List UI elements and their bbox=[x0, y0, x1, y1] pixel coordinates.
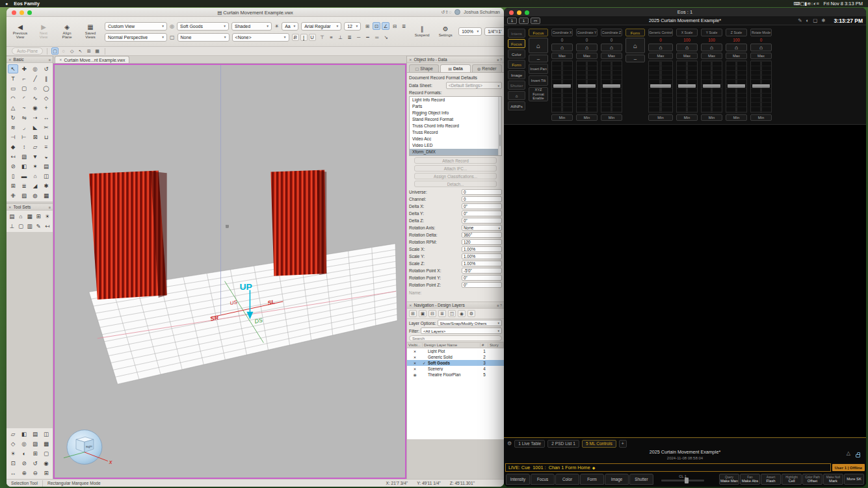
form-group-header[interactable]: Form bbox=[625, 29, 645, 36]
previous-view-button[interactable]: ◀ Previous View bbox=[10, 24, 31, 39]
object-info-tab[interactable]: ▤ Data bbox=[440, 64, 470, 72]
palette-menu-icon[interactable]: ≡ ? bbox=[497, 58, 502, 62]
unified-view-icon[interactable]: ⊞ bbox=[363, 22, 371, 30]
light-tool[interactable]: ✶ bbox=[30, 162, 40, 171]
reshape-tool[interactable]: ◆ bbox=[8, 142, 18, 151]
chamfer-tool[interactable]: ◣ bbox=[30, 123, 40, 132]
line-medium-icon[interactable]: ━ bbox=[364, 33, 372, 41]
contrast-icon[interactable]: ◐ bbox=[806, 18, 809, 23]
record-action-button[interactable]: Assign Classifications... bbox=[414, 173, 497, 179]
shear-tool[interactable]: ▱ bbox=[30, 142, 40, 151]
command-line[interactable]: LIVE: Cue 1001 : Chan 1 Form Home ◆ bbox=[505, 463, 831, 472]
display-tab[interactable]: 5 ML Controls bbox=[582, 440, 616, 448]
site-planning-tools-icon[interactable]: ▦ bbox=[25, 212, 34, 221]
softkey-button[interactable]: Query Make Man bbox=[719, 474, 739, 485]
data-sheet-select[interactable]: <Default Settings> bbox=[446, 82, 502, 89]
zoom-in-icon[interactable]: ⊕ bbox=[19, 469, 29, 478]
snap-grid-icon[interactable]: ⊡ bbox=[373, 22, 380, 30]
invert-tilt-button[interactable]: Invert Tilt bbox=[529, 75, 548, 86]
xyz-format-enable-button[interactable]: XYZ Format Enable bbox=[529, 87, 548, 101]
document-tab[interactable]: ✕ Curtain Move...nt Example.vwx bbox=[55, 56, 129, 63]
field-input[interactable]: None bbox=[462, 225, 502, 231]
render-options-icon[interactable]: ☀ bbox=[274, 23, 279, 29]
lights-icon[interactable]: ☀ bbox=[8, 449, 18, 458]
encoder-home-button[interactable]: ⌂ bbox=[750, 44, 772, 51]
frost-icon[interactable]: ❄ bbox=[821, 18, 825, 23]
display-tab[interactable]: 2 PSD List 1 bbox=[547, 440, 579, 448]
settings-button[interactable]: ⚙ Settings bbox=[435, 26, 456, 37]
background-render-select[interactable]: None bbox=[178, 33, 230, 42]
section-icon[interactable]: ⊘ bbox=[19, 459, 29, 468]
text-format-button[interactable]: Aa bbox=[282, 22, 298, 31]
visibility-icon[interactable]: ◉ bbox=[458, 310, 466, 317]
close-icon[interactable]: ✕ bbox=[8, 58, 12, 62]
field-input[interactable]: 0" bbox=[462, 282, 502, 288]
wireframe-icon[interactable]: ▱ bbox=[8, 430, 18, 439]
gear-icon[interactable]: ⚙ bbox=[507, 441, 512, 446]
auto-plane-button[interactable]: Auto-Plane bbox=[12, 47, 43, 55]
align-plane-button[interactable]: ◈ Align Plane bbox=[57, 24, 77, 39]
layer-colors-icon[interactable]: ▨ bbox=[30, 439, 40, 448]
focus-collapse-button[interactable]: – bbox=[529, 55, 548, 62]
record-format-item[interactable]: Rigging Object Info bbox=[410, 110, 501, 116]
snap-angle-icon[interactable]: ∠ bbox=[382, 22, 389, 30]
rigging-tools-icon[interactable]: ⊥ bbox=[8, 222, 16, 231]
quarter-arc-tool[interactable]: ◜ bbox=[19, 94, 29, 103]
encoder-min-button[interactable]: Min bbox=[726, 114, 747, 121]
italic-button[interactable]: I bbox=[300, 34, 308, 41]
parameter-category-button[interactable]: Form bbox=[508, 60, 525, 69]
encoder-home-button[interactable]: ⌂ bbox=[648, 44, 673, 51]
suspend-button[interactable]: ∥ Suspend bbox=[412, 26, 432, 37]
lock-icon[interactable] bbox=[856, 454, 860, 457]
front-view-icon[interactable]: ◫ bbox=[41, 430, 51, 439]
next-view-button[interactable]: ▶ Next View bbox=[33, 24, 54, 39]
line-thin-icon[interactable]: ─ bbox=[355, 33, 363, 41]
form-home-button[interactable]: ⌂ bbox=[625, 38, 645, 53]
encoder-max-button[interactable]: Max bbox=[648, 53, 673, 59]
new-layer-icon[interactable]: ⊞ bbox=[409, 310, 417, 317]
pan-view-icon[interactable]: ↔ bbox=[8, 469, 18, 478]
edit-icon[interactable]: ✎ bbox=[798, 18, 802, 23]
wall-tools-icon[interactable]: ▤ bbox=[8, 212, 16, 221]
column-tool[interactable]: ▯ bbox=[8, 172, 18, 181]
parameter-softkey[interactable]: Intensity bbox=[506, 474, 530, 485]
encoder-slider[interactable] bbox=[750, 60, 772, 113]
columns-icon[interactable]: ◫ bbox=[448, 310, 456, 317]
regular-polygon-tool[interactable]: △ bbox=[8, 103, 18, 112]
vectorworks-titlebar[interactable]: ▤ Curtain Movement Example.vwx ↺⇧◌ Joshu… bbox=[7, 8, 504, 17]
encoder-slider[interactable] bbox=[551, 60, 573, 113]
slider-handle[interactable] bbox=[650, 84, 671, 88]
drag-tool[interactable]: ↔ bbox=[41, 113, 51, 122]
join-tool[interactable]: ⊔ bbox=[41, 133, 51, 142]
sweep-tool[interactable]: ◍ bbox=[30, 191, 40, 200]
zoom-out-icon[interactable]: ⊖ bbox=[30, 469, 40, 478]
slider-handle[interactable] bbox=[603, 84, 620, 88]
slab-tool[interactable]: ▬ bbox=[19, 172, 29, 181]
rounded-rectangle-tool[interactable]: ▢ bbox=[19, 84, 29, 93]
add-tab-button[interactable]: + bbox=[619, 440, 627, 448]
slider-handle[interactable] bbox=[728, 84, 745, 88]
saved-views-button[interactable]: ▦ Saved Views bbox=[80, 24, 101, 39]
parameter-softkey[interactable]: Color bbox=[555, 474, 579, 485]
align-bottom-icon[interactable]: ⊥ bbox=[337, 33, 345, 41]
design-canvas[interactable]: UP US SR SL DS Right bbox=[55, 65, 405, 478]
monitor-2-tab[interactable]: 1 bbox=[519, 18, 529, 24]
layer-visibility-cell[interactable]: ✕ bbox=[407, 367, 423, 371]
field-input[interactable]: 0 bbox=[462, 189, 502, 195]
field-input[interactable]: 1.00% bbox=[462, 246, 502, 252]
projection-select[interactable]: Normal Perspective bbox=[105, 33, 167, 42]
double-line-tool[interactable]: ∥ bbox=[41, 74, 51, 83]
lighting-tools-icon[interactable]: ☀ bbox=[43, 212, 51, 221]
monitor-icon[interactable]: ▢ bbox=[813, 18, 817, 23]
parameter-softkey[interactable]: Shutter bbox=[629, 474, 653, 485]
oval-tool[interactable]: ◯ bbox=[41, 84, 51, 93]
field-input[interactable]: 0" bbox=[462, 211, 502, 216]
record-format-item[interactable]: Video Acc bbox=[410, 136, 501, 142]
softkey-button[interactable]: Highlight Cell bbox=[782, 474, 802, 485]
parameter-category-button[interactable]: Shutter bbox=[508, 81, 525, 90]
layer-options-select[interactable]: Show/Snap/Modify Others bbox=[438, 320, 502, 326]
encoder-home-button[interactable]: ⌂ bbox=[576, 44, 598, 51]
delete-layer-icon[interactable]: ⊟ bbox=[428, 310, 436, 317]
fillet-tool[interactable]: ◞ bbox=[19, 123, 29, 132]
detailing-tools-icon[interactable]: ✎ bbox=[34, 222, 43, 231]
